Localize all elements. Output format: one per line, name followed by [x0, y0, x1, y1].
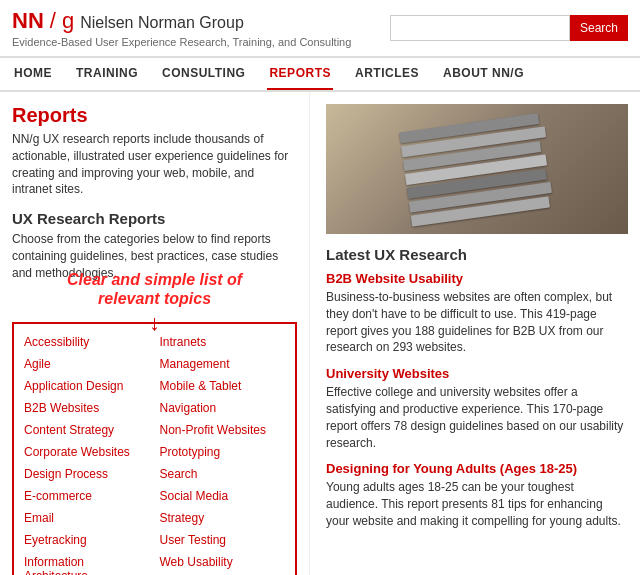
category-grid: Accessibility Intranets Agile Management…: [24, 332, 285, 575]
research-desc-0: Business-to-business websites are often …: [326, 289, 628, 356]
cat-search[interactable]: Search: [160, 464, 286, 484]
research-desc-2: Young adults ages 18-25 can be your toug…: [326, 479, 628, 529]
reports-desc: NN/g UX research reports include thousan…: [12, 131, 297, 198]
annotation-area-1: Clear and simple list ofrelevant topics …: [12, 322, 297, 575]
category-box: Accessibility Intranets Agile Management…: [12, 322, 297, 575]
cat-prototyping[interactable]: Prototyping: [160, 442, 286, 462]
research-item-1: University Websites Effective college an…: [326, 366, 628, 451]
report-image-inner: [326, 104, 628, 234]
search-area: Search: [390, 15, 628, 41]
cat-strategy[interactable]: Strategy: [160, 508, 286, 528]
search-button[interactable]: Search: [570, 15, 628, 41]
cat-appdesign[interactable]: Application Design: [24, 376, 150, 396]
latest-ux-title: Latest UX Research: [326, 246, 628, 263]
nav-training[interactable]: TRAINING: [74, 58, 140, 90]
page-header: NN/g Nielsen Norman Group Evidence-Based…: [0, 0, 640, 57]
cat-eyetracking[interactable]: Eyetracking: [24, 530, 150, 550]
logo-name: Nielsen Norman Group: [80, 14, 244, 32]
nav-about[interactable]: ABOUT NN/G: [441, 58, 526, 90]
reports-title: Reports: [12, 104, 297, 127]
research-title-0[interactable]: B2B Website Usability: [326, 271, 628, 286]
research-title-2[interactable]: Designing for Young Adults (Ages 18-25): [326, 461, 628, 476]
tagline: Evidence-Based User Experience Research,…: [12, 36, 351, 48]
cat-content[interactable]: Content Strategy: [24, 420, 150, 440]
research-title-1[interactable]: University Websites: [326, 366, 628, 381]
report-image: [326, 104, 628, 234]
cat-navigation[interactable]: Navigation: [160, 398, 286, 418]
cat-agile[interactable]: Agile: [24, 354, 150, 374]
nav-home[interactable]: HOME: [12, 58, 54, 90]
left-column: Reports NN/g UX research reports include…: [0, 92, 310, 575]
cat-management[interactable]: Management: [160, 354, 286, 374]
cat-ia[interactable]: Information Architecture: [24, 552, 150, 575]
cat-mobile[interactable]: Mobile & Tablet: [160, 376, 286, 396]
logo: NN/g Nielsen Norman Group: [12, 8, 351, 34]
logo-area: NN/g Nielsen Norman Group Evidence-Based…: [12, 8, 351, 48]
cat-nonprofit[interactable]: Non-Profit Websites: [160, 420, 286, 440]
right-column: Latest UX Research B2B Website Usability…: [310, 92, 640, 575]
research-item-0: B2B Website Usability Business-to-busine…: [326, 271, 628, 356]
cat-corporate[interactable]: Corporate Websites: [24, 442, 150, 462]
annotation-1: Clear and simple list ofrelevant topics …: [67, 270, 242, 336]
cat-ecommerce[interactable]: E-commerce: [24, 486, 150, 506]
cat-web-usability[interactable]: Web Usability: [160, 552, 286, 575]
search-input[interactable]: [390, 15, 570, 41]
cat-b2b[interactable]: B2B Websites: [24, 398, 150, 418]
main-nav: HOME TRAINING CONSULTING REPORTS ARTICLE…: [0, 57, 640, 92]
book-stack: [399, 112, 556, 226]
cat-design-process[interactable]: Design Process: [24, 464, 150, 484]
arrow-down-1: ↓: [67, 310, 242, 336]
cat-email[interactable]: Email: [24, 508, 150, 528]
cat-user-testing[interactable]: User Testing: [160, 530, 286, 550]
logo-nn: NN: [12, 8, 44, 34]
research-item-2: Designing for Young Adults (Ages 18-25) …: [326, 461, 628, 529]
main-content: Reports NN/g UX research reports include…: [0, 92, 640, 575]
nav-consulting[interactable]: CONSULTING: [160, 58, 247, 90]
nav-articles[interactable]: ARTICLES: [353, 58, 421, 90]
logo-slash: /: [50, 8, 56, 34]
cat-social-media[interactable]: Social Media: [160, 486, 286, 506]
ux-research-title: UX Research Reports: [12, 210, 297, 227]
logo-g: g: [62, 8, 74, 34]
nav-reports[interactable]: REPORTS: [267, 58, 333, 90]
research-desc-1: Effective college and university website…: [326, 384, 628, 451]
